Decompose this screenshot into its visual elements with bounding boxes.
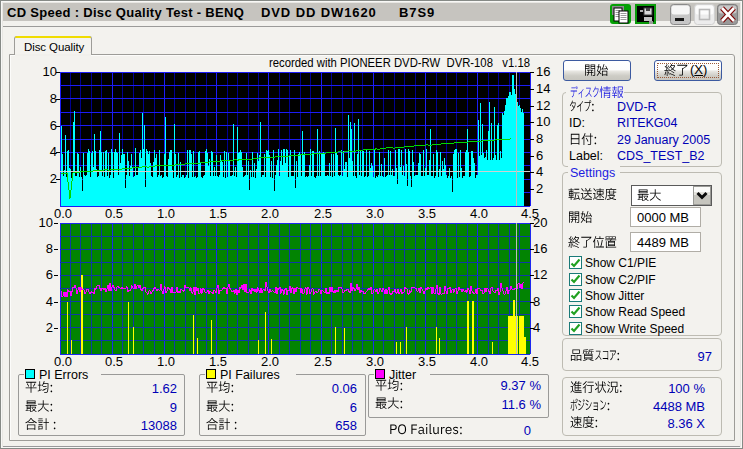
svg-text:2: 2: [46, 320, 53, 335]
svg-text:recorded with PIONEER DVD-RW: recorded with PIONEER DVD-RW DVR-108 v1.…: [269, 55, 530, 70]
svg-text:1.0: 1.0: [157, 354, 175, 369]
svg-text:2.5: 2.5: [314, 354, 332, 369]
svg-text:4: 4: [46, 294, 53, 309]
svg-text:0.0: 0.0: [54, 354, 72, 369]
svg-text:1.5: 1.5: [209, 206, 227, 221]
svg-text:1.5: 1.5: [209, 354, 227, 369]
svg-text:3.5: 3.5: [418, 354, 436, 369]
svg-text:2.5: 2.5: [314, 206, 332, 221]
svg-text:16: 16: [536, 64, 550, 79]
svg-text:3.0: 3.0: [366, 354, 384, 369]
svg-text:8: 8: [50, 91, 57, 106]
svg-text:3.5: 3.5: [418, 206, 436, 221]
svg-text:8: 8: [536, 131, 543, 146]
svg-text:8: 8: [46, 241, 53, 256]
svg-text:12: 12: [533, 267, 547, 282]
svg-text:6: 6: [46, 267, 53, 282]
svg-text:3.0: 3.0: [366, 206, 384, 221]
svg-text:14: 14: [536, 81, 550, 96]
svg-text:4.5: 4.5: [521, 206, 539, 221]
svg-text:4: 4: [536, 164, 543, 179]
svg-text:16: 16: [533, 241, 547, 256]
svg-text:8: 8: [533, 294, 540, 309]
svg-text:10: 10: [39, 215, 53, 230]
svg-text:12: 12: [536, 98, 550, 113]
svg-text:6: 6: [50, 118, 57, 133]
svg-text:0.0: 0.0: [54, 206, 72, 221]
svg-text:4.5: 4.5: [521, 354, 539, 369]
svg-text:1.0: 1.0: [157, 206, 175, 221]
svg-text:4.0: 4.0: [470, 354, 488, 369]
svg-text:4.0: 4.0: [470, 206, 488, 221]
svg-text:2: 2: [50, 171, 57, 186]
svg-text:6: 6: [536, 148, 543, 163]
svg-text:4: 4: [533, 320, 540, 335]
svg-text:10: 10: [43, 64, 57, 79]
svg-text:2.0: 2.0: [261, 354, 279, 369]
svg-text:2: 2: [536, 181, 543, 196]
svg-text:10: 10: [536, 114, 550, 129]
svg-text:2.0: 2.0: [261, 206, 279, 221]
svg-text:0.5: 0.5: [105, 206, 123, 221]
svg-text:4: 4: [50, 144, 57, 159]
svg-text:0.5: 0.5: [105, 354, 123, 369]
